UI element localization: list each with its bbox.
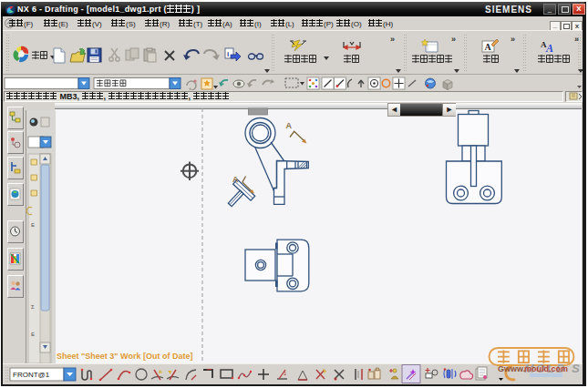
- svg-text:Σ: Σ: [31, 304, 35, 310]
- svg-text:A: A: [545, 42, 553, 55]
- svg-text:»: »: [390, 35, 395, 44]
- svg-text:A: A: [485, 42, 492, 52]
- svg-text:mould.com: mould.com: [524, 364, 568, 373]
- svg-text:1: 1: [284, 371, 287, 376]
- svg-text:»: »: [574, 35, 579, 44]
- svg-text:Gwww.: Gwww.: [498, 364, 525, 373]
- svg-text:A: A: [286, 121, 293, 130]
- svg-text:E: E: [31, 332, 35, 337]
- svg-text:»: »: [451, 35, 456, 44]
- svg-text:E: E: [31, 222, 35, 228]
- svg-text:FRONT@1: FRONT@1: [13, 371, 50, 379]
- svg-text:»: »: [511, 35, 515, 44]
- svg-text:i: i: [227, 50, 229, 58]
- svg-text:A: A: [232, 175, 239, 184]
